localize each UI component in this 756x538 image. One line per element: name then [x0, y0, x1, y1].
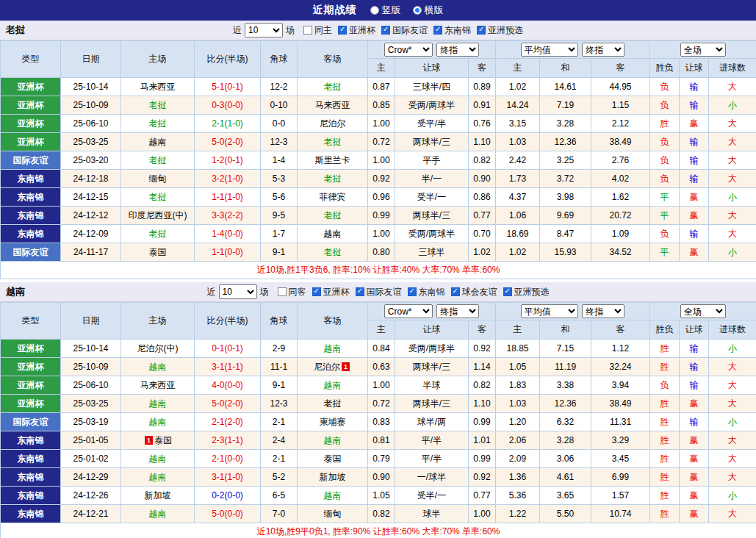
average-index-select[interactable]: 终指 [582, 304, 624, 318]
col-type: 类型 [1, 41, 61, 78]
filter-option[interactable]: 国际友谊 [356, 286, 402, 298]
match-count-select[interactable]: 10 [245, 23, 283, 37]
filter-option[interactable]: 球会友谊 [451, 286, 497, 298]
filter-option[interactable]: 同客 [278, 286, 306, 298]
match-date: 25-03-20 [61, 151, 121, 170]
filter-label: 东南锦 [444, 24, 471, 37]
result-handicap: 输 [680, 340, 709, 358]
checkbox-checked-icon [338, 26, 347, 35]
page-header: 近期战绩 竖版 横版 [0, 0, 756, 21]
handicap-home-odds: 1.05 [368, 487, 395, 505]
handicap-line: 半/一 [395, 170, 469, 188]
away-team-name: 马来西亚 [315, 100, 350, 110]
match-date: 25-06-10 [61, 376, 121, 395]
match-row: 亚洲杯25-10-09越南3-1(1-1)11-1尼泊尔10.63两球半/三1.… [1, 358, 756, 376]
match-row: 东南锦24-12-21越南5-0(0-0)7-0缅甸0.82球半1.001.22… [1, 505, 756, 523]
match-date: 25-10-09 [61, 96, 121, 115]
filter-option[interactable]: 同主 [303, 24, 332, 37]
match-score: 5-0(2-0) [195, 133, 261, 151]
handicap-away-odds: 1.10 [469, 133, 496, 151]
match-row: 国际友谊25-03-20老挝1-2(0-1)1-4斯里兰卡1.00平手0.822… [1, 151, 756, 170]
handicap-home-odds: 0.82 [368, 505, 395, 523]
filter-option[interactable]: 东南锦 [433, 24, 471, 37]
filter-option[interactable]: 亚洲预选 [477, 24, 523, 37]
handicap-index-select[interactable]: 终指 [436, 43, 479, 57]
results-rows: 亚洲杯25-10-14尼泊尔(中)0-1(0-1)2-9越南0.84受两/两球半… [1, 340, 756, 523]
scope-select[interactable]: 全场 [680, 304, 726, 318]
avg-away-odds: 1.12 [591, 340, 650, 358]
handicap-line: 半球 [395, 376, 469, 395]
competition-type: 国际友谊 [1, 151, 61, 170]
corner-count: 12-2 [261, 78, 298, 96]
handicap-away-odds: 0.99 [469, 413, 496, 431]
bookmaker-select[interactable]: Crow* [384, 304, 433, 318]
filter-option[interactable]: 国际友谊 [381, 24, 428, 37]
col-handicap-result: 让球 [680, 320, 709, 340]
corner-count: 0-0 [261, 115, 298, 133]
match-date: 25-03-25 [61, 395, 121, 413]
avg-away-odds: 20.72 [591, 207, 650, 225]
col-date: 日期 [61, 303, 121, 340]
away-team-cell: 柬埔寨 [298, 413, 368, 431]
result-win-loss: 胜 [650, 115, 680, 133]
away-team-cell: 越南 [298, 487, 368, 505]
avg-home-odds: 2.42 [496, 151, 540, 170]
col-handicap-home: 主 [368, 59, 395, 78]
average-select[interactable]: 平均值 [521, 304, 578, 318]
handicap-index-select[interactable]: 终指 [436, 304, 479, 318]
handicap-home-odds: 0.87 [368, 78, 395, 96]
competition-type: 东南锦 [1, 207, 61, 225]
filter-option[interactable]: 东南锦 [408, 286, 445, 298]
bookmaker-select[interactable]: Crow* [384, 43, 433, 57]
home-team-name: 越南 [149, 472, 167, 482]
avg-home-odds: 18.69 [496, 225, 540, 243]
layout-option-vertical[interactable]: 竖版 [370, 4, 401, 17]
filter-option[interactable]: 亚洲杯 [338, 24, 375, 37]
average-select[interactable]: 平均值 [521, 43, 578, 57]
away-team-name: 越南 [324, 343, 342, 354]
result-goals: 小 [709, 243, 756, 262]
average-index-select[interactable]: 终指 [582, 43, 624, 57]
filter-label: 亚洲预选 [488, 24, 523, 37]
handicap-away-odds: 1.00 [469, 505, 496, 523]
home-team-name: 泰国 [149, 247, 167, 257]
corner-count: 11-1 [261, 358, 298, 376]
home-team-cell: 老挝 [121, 96, 195, 115]
match-row: 东南锦25-01-051泰国2-3(1-1)2-4越南0.81平/半1.012.… [1, 431, 756, 450]
corner-count: 5-3 [261, 170, 298, 188]
competition-type: 东南锦 [1, 450, 61, 468]
result-handicap: 赢 [680, 243, 709, 262]
away-team-name: 老挝 [324, 247, 342, 257]
home-team-cell: 马来西亚 [121, 78, 195, 96]
result-win-loss: 负 [650, 78, 680, 96]
avg-home-odds: 18.85 [496, 340, 540, 358]
match-date: 25-03-25 [61, 133, 121, 151]
handicap-home-odds: 0.92 [368, 170, 395, 188]
competition-type: 亚洲杯 [1, 78, 61, 96]
result-win-loss: 负 [650, 225, 680, 243]
scope-select[interactable]: 全场 [680, 43, 726, 57]
handicap-line: 两球半/三 [395, 358, 469, 376]
result-win-loss: 胜 [650, 468, 680, 487]
handicap-home-odds: 1.00 [368, 115, 395, 133]
avg-home-odds: 4.37 [496, 188, 540, 207]
average-odds-header: 平均值 终指 [496, 41, 650, 59]
filter-checkbox-list: 同主亚洲杯国际友谊东南锦亚洲预选 [298, 24, 523, 37]
filter-label: 亚洲预选 [514, 286, 550, 298]
avg-draw-odds: 9.69 [540, 207, 591, 225]
filter-option[interactable]: 亚洲杯 [312, 286, 350, 298]
away-team-name: 斯里兰卡 [315, 155, 350, 165]
handicap-line: 平/半 [395, 431, 469, 450]
match-date: 25-01-02 [61, 450, 121, 468]
avg-draw-odds: 3.25 [540, 151, 591, 170]
competition-type: 亚洲杯 [1, 340, 61, 358]
avg-draw-odds: 3.38 [540, 376, 591, 395]
red-card-badge: 1 [145, 436, 153, 445]
handicap-away-odds: 0.89 [469, 78, 496, 96]
result-goals: 小 [709, 413, 756, 431]
checkbox-checked-icon [381, 26, 390, 35]
filter-option[interactable]: 亚洲预选 [503, 286, 550, 298]
match-count-select[interactable]: 10 [219, 284, 257, 299]
home-team-cell: 越南 [121, 395, 195, 413]
layout-option-horizontal[interactable]: 横版 [413, 4, 444, 17]
